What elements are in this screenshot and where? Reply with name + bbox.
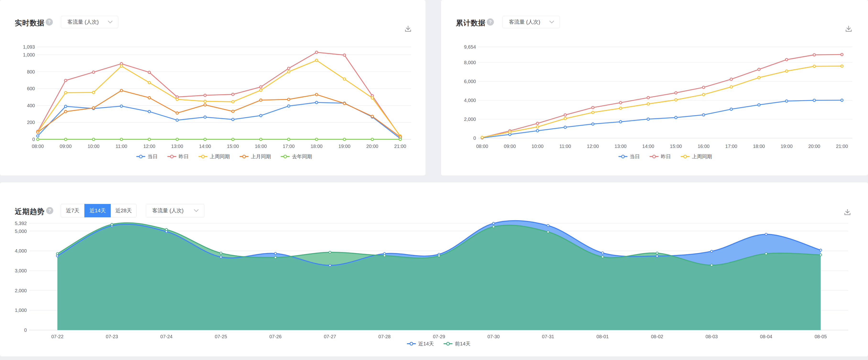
data-point[interactable] — [329, 251, 331, 253]
data-point[interactable] — [702, 86, 705, 88]
data-point[interactable] — [730, 78, 733, 80]
data-point[interactable] — [536, 122, 539, 124]
data-point[interactable] — [37, 135, 39, 137]
data-point[interactable] — [287, 98, 290, 101]
data-point[interactable] — [204, 100, 206, 103]
data-point[interactable] — [329, 264, 331, 267]
data-point[interactable] — [702, 114, 705, 116]
data-point[interactable] — [148, 81, 151, 84]
data-point[interactable] — [287, 67, 290, 70]
data-point[interactable] — [65, 79, 67, 82]
data-point[interactable] — [675, 116, 677, 119]
data-point[interactable] — [92, 107, 95, 109]
data-point[interactable] — [343, 102, 346, 105]
data-point[interactable] — [92, 138, 95, 140]
data-point[interactable] — [702, 93, 705, 96]
data-point[interactable] — [315, 93, 318, 96]
data-point[interactable] — [785, 70, 788, 72]
data-point[interactable] — [343, 54, 346, 56]
data-point[interactable] — [274, 256, 277, 258]
data-point[interactable] — [65, 105, 67, 108]
data-point[interactable] — [710, 250, 713, 252]
data-point[interactable] — [259, 138, 262, 140]
data-point[interactable] — [148, 138, 151, 140]
data-point[interactable] — [619, 121, 622, 123]
data-point[interactable] — [758, 76, 760, 79]
data-point[interactable] — [371, 115, 373, 117]
data-point[interactable] — [647, 96, 650, 99]
data-point[interactable] — [148, 96, 151, 99]
data-point[interactable] — [343, 78, 346, 80]
data-point[interactable] — [231, 101, 234, 103]
data-point[interactable] — [383, 255, 385, 257]
data-point[interactable] — [492, 226, 495, 228]
legend-item-去年同期[interactable]: 去年同期 — [281, 153, 312, 160]
data-point[interactable] — [656, 255, 658, 257]
data-point[interactable] — [592, 123, 594, 125]
data-point[interactable] — [165, 228, 167, 230]
data-point[interactable] — [765, 252, 767, 255]
series-line-昨日[interactable] — [38, 52, 400, 136]
series-area-前14天[interactable] — [57, 223, 821, 330]
data-point[interactable] — [536, 130, 539, 132]
data-point[interactable] — [371, 138, 373, 140]
data-point[interactable] — [438, 255, 440, 257]
legend-item-昨日[interactable]: 昨日 — [650, 153, 671, 160]
data-point[interactable] — [564, 117, 566, 120]
data-point[interactable] — [231, 118, 234, 121]
data-point[interactable] — [765, 233, 767, 235]
data-point[interactable] — [56, 255, 59, 257]
data-point[interactable] — [813, 99, 815, 102]
data-point[interactable] — [399, 138, 401, 140]
data-point[interactable] — [619, 102, 622, 104]
data-point[interactable] — [758, 104, 760, 106]
data-point[interactable] — [841, 65, 843, 67]
data-point[interactable] — [231, 138, 234, 140]
data-point[interactable] — [343, 138, 346, 140]
data-point[interactable] — [92, 91, 95, 93]
data-point[interactable] — [564, 126, 566, 129]
data-point[interactable] — [536, 126, 539, 128]
data-point[interactable] — [315, 138, 318, 140]
data-point[interactable] — [259, 86, 262, 88]
legend-item-当日[interactable]: 当日 — [136, 153, 158, 160]
data-point[interactable] — [120, 65, 123, 67]
data-point[interactable] — [287, 105, 290, 107]
data-point[interactable] — [315, 59, 318, 61]
data-point[interactable] — [259, 114, 262, 117]
data-point[interactable] — [37, 138, 39, 140]
data-point[interactable] — [148, 71, 151, 74]
legend-item-上周同期[interactable]: 上周同期 — [198, 153, 230, 160]
data-point[interactable] — [120, 138, 123, 140]
data-point[interactable] — [111, 223, 113, 225]
legend-item-昨日[interactable]: 昨日 — [167, 153, 189, 160]
data-point[interactable] — [176, 138, 178, 140]
data-point[interactable] — [813, 54, 815, 56]
data-point[interactable] — [65, 91, 67, 94]
data-point[interactable] — [547, 231, 549, 233]
data-point[interactable] — [820, 249, 822, 251]
data-point[interactable] — [65, 138, 67, 140]
data-point[interactable] — [315, 101, 318, 104]
data-point[interactable] — [710, 264, 713, 266]
series-line-昨日[interactable] — [482, 55, 842, 138]
data-point[interactable] — [841, 99, 843, 102]
data-point[interactable] — [204, 94, 206, 96]
data-point[interactable] — [231, 93, 234, 95]
data-point[interactable] — [120, 89, 123, 92]
data-point[interactable] — [547, 224, 549, 227]
series-line-当日[interactable] — [482, 100, 842, 138]
data-point[interactable] — [820, 254, 822, 256]
data-point[interactable] — [592, 106, 594, 109]
data-point[interactable] — [274, 252, 277, 255]
data-point[interactable] — [509, 131, 511, 133]
data-point[interactable] — [120, 105, 123, 107]
data-point[interactable] — [259, 89, 262, 91]
series-line-上月同期[interactable] — [38, 90, 400, 137]
data-point[interactable] — [785, 58, 788, 61]
data-point[interactable] — [619, 107, 622, 109]
data-point[interactable] — [656, 252, 658, 254]
data-point[interactable] — [492, 222, 495, 224]
data-point[interactable] — [176, 98, 178, 101]
legend-item-近14天[interactable]: 近14天 — [407, 340, 434, 347]
